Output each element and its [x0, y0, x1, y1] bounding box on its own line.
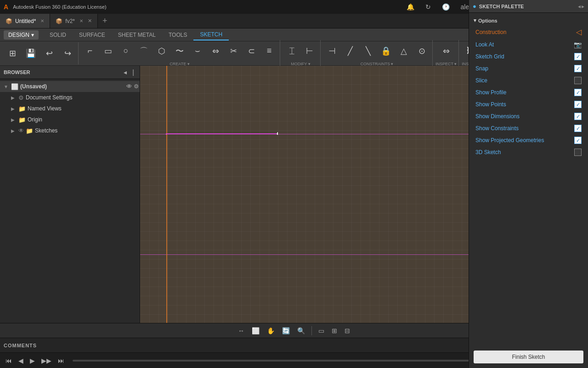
- quick-access-group: ⊞ 💾 ↩ ↪: [2, 42, 79, 64]
- option-snap[interactable]: Snap ✓: [469, 66, 588, 75]
- tree-expand-doc[interactable]: ▶: [11, 95, 18, 100]
- new-tab-button[interactable]: +: [98, 14, 112, 28]
- bottom-tool-zoom[interactable]: 🔍: [294, 326, 308, 336]
- save-button[interactable]: 💾: [22, 43, 40, 63]
- inspect-tool[interactable]: ⇔: [437, 41, 455, 61]
- tree-item-document-settings[interactable]: ▶ ⚙ Document Settings: [0, 92, 140, 103]
- tree-label-doc: Document Settings: [26, 94, 72, 101]
- tree-eye-sketches[interactable]: 👁: [18, 127, 24, 134]
- spline-tool[interactable]: 〜: [171, 41, 188, 61]
- modify-tool-1[interactable]: ⌶: [283, 41, 300, 61]
- bottom-tool-grid[interactable]: ⊞: [329, 326, 340, 336]
- design-dropdown[interactable]: DESIGN ▾: [4, 30, 39, 40]
- sketch-svg: [] [] [] [] [] [] 9.00 8.00 Ø12.00 Ø6.00: [140, 66, 278, 135]
- tree-icon-sketches: 📁: [26, 127, 33, 134]
- browser-collapse-icon[interactable]: ◂: [122, 68, 129, 77]
- playback-start[interactable]: ⏮: [4, 356, 14, 365]
- constraint-tool-3[interactable]: ╲: [359, 41, 377, 61]
- tree-icon-views: 📁: [18, 105, 26, 112]
- tree-eye-unsaved[interactable]: 👁: [126, 83, 132, 90]
- option-show-points[interactable]: Show Points ✓: [469, 98, 588, 110]
- bottom-tool-move[interactable]: ↔: [235, 326, 247, 336]
- option-show-dimensions[interactable]: Show Dimensions ✓: [469, 110, 588, 122]
- design-label: DESIGN: [8, 32, 29, 38]
- bottom-tool-settings[interactable]: ⊟: [342, 326, 353, 336]
- playback-prev[interactable]: ◀: [17, 356, 25, 365]
- option-show-constraints[interactable]: Show Constraints ✓: [469, 122, 588, 134]
- tree-expand-views[interactable]: ▶: [11, 106, 18, 111]
- mirror-tool[interactable]: ⇔: [207, 41, 224, 61]
- playback-end[interactable]: ⏭: [56, 356, 66, 365]
- browser-pin-icon[interactable]: |: [130, 68, 136, 77]
- comments-label: COMMENTS: [4, 343, 37, 348]
- tree-item-named-views[interactable]: ▶ 📁 Named Views: [0, 103, 140, 114]
- show-points-checkbox[interactable]: ✓: [574, 101, 582, 108]
- tree-item-sketches[interactable]: ▶ 👁 📁 Sketches: [0, 125, 140, 136]
- tab-untitled-close[interactable]: ✕: [40, 18, 44, 23]
- inspect-group: ⇔ INSPECT ▾: [434, 40, 459, 67]
- undo-button[interactable]: ↩: [40, 43, 58, 63]
- option-slice[interactable]: Slice: [469, 75, 588, 86]
- constraint-tool-1[interactable]: ⊣: [323, 41, 341, 61]
- mode-solid[interactable]: SOLID: [43, 30, 73, 40]
- option-show-profile[interactable]: Show Profile ✓: [469, 86, 588, 98]
- option-show-projected[interactable]: Show Projected Geometries ✓: [469, 134, 588, 146]
- tab-untitled-label: Untitled*: [15, 18, 36, 24]
- playback-next[interactable]: ▶▶: [40, 356, 53, 365]
- option-show-profile-label: Show Profile: [475, 89, 574, 96]
- mode-surface[interactable]: SURFACE: [73, 30, 112, 40]
- app-title: Autodesk Fusion 360 (Education License): [13, 4, 107, 10]
- redo-button[interactable]: ↪: [59, 43, 76, 63]
- constraint-tool-5[interactable]: △: [395, 41, 413, 61]
- modify-group: ⌶ ⊢ MODIFY ▾: [281, 40, 321, 67]
- tree-item-origin[interactable]: ▶ 📁 Origin: [0, 114, 140, 125]
- show-profile-checkbox[interactable]: ✓: [574, 89, 582, 96]
- poly-tool[interactable]: ⬡: [153, 41, 170, 61]
- slice-checkbox[interactable]: [574, 77, 582, 84]
- bottom-tool-pan[interactable]: ✋: [264, 326, 277, 336]
- tab-fv2-close[interactable]: ✕: [79, 18, 83, 23]
- bottom-tool-box[interactable]: ⬜: [249, 326, 262, 336]
- browser-header-icons: ◂ |: [122, 68, 136, 77]
- pattern-tool[interactable]: ≡: [260, 41, 278, 61]
- clock-icon[interactable]: 🕐: [440, 2, 452, 12]
- grid-icon[interactable]: ⊞: [4, 43, 21, 63]
- titlebar-left: A Autodesk Fusion 360 (Education License…: [4, 3, 107, 11]
- option-slice-label: Slice: [475, 77, 574, 84]
- constraint-tool-6[interactable]: ⊙: [413, 41, 430, 61]
- updates-icon[interactable]: ↻: [424, 2, 433, 12]
- mode-tools[interactable]: TOOLS: [162, 30, 193, 40]
- tab-fv2[interactable]: 📦 fv2* ✕ ✕: [50, 14, 98, 28]
- modify-tool-2[interactable]: ⊢: [301, 41, 318, 61]
- tree-item-unsaved[interactable]: ▼ ⬜ (Unsaved) 👁 ⚙: [0, 81, 140, 92]
- tree-expand-unsaved[interactable]: ▼: [4, 84, 11, 89]
- offset-tool[interactable]: ⊂: [243, 41, 260, 61]
- option-show-constraints-label: Show Constraints: [475, 125, 574, 132]
- bottom-tool-display[interactable]: ▭: [316, 326, 327, 336]
- fillet-tool[interactable]: ⌣: [189, 41, 206, 61]
- show-projected-checkbox[interactable]: ✓: [574, 137, 582, 144]
- constraint-tool-4[interactable]: 🔒: [377, 41, 395, 61]
- mode-sketch[interactable]: SKETCH: [193, 29, 229, 40]
- tree-expand-sketches[interactable]: ▶: [11, 128, 18, 133]
- tab-untitled[interactable]: 📦 Untitled* ✕: [0, 14, 50, 28]
- circle-tool[interactable]: ○: [117, 41, 135, 61]
- create-group: ⌐ ▭ ○ ⌒ ⬡ 〜 ⌣ ⇔ ✂ ⊂ ≡ CREATE ▾: [79, 40, 280, 67]
- rect-tool[interactable]: ▭: [99, 41, 117, 61]
- snap-checkbox[interactable]: ✓: [574, 66, 582, 72]
- 3d-sketch-checkbox[interactable]: [574, 149, 582, 156]
- arc-tool[interactable]: ⌒: [135, 41, 153, 61]
- show-dimensions-checkbox[interactable]: ✓: [574, 113, 582, 120]
- bottom-tool-orbit[interactable]: 🔄: [279, 326, 293, 336]
- tree-expand-origin[interactable]: ▶: [11, 117, 18, 122]
- tree-gear-unsaved[interactable]: ⚙: [134, 83, 139, 90]
- mode-sheet-metal[interactable]: SHEET METAL: [112, 30, 162, 40]
- notifications-icon[interactable]: 🔔: [405, 2, 416, 12]
- tab-fv2-pin[interactable]: ✕: [88, 18, 92, 24]
- playback-play[interactable]: ▶: [28, 356, 37, 365]
- constraint-tool-2[interactable]: ╱: [341, 41, 359, 61]
- show-constraints-checkbox[interactable]: ✓: [574, 125, 582, 132]
- trim-tool[interactable]: ✂: [225, 41, 242, 61]
- line-tool[interactable]: ⌐: [81, 41, 99, 61]
- option-3d-sketch[interactable]: 3D Sketch: [469, 146, 588, 158]
